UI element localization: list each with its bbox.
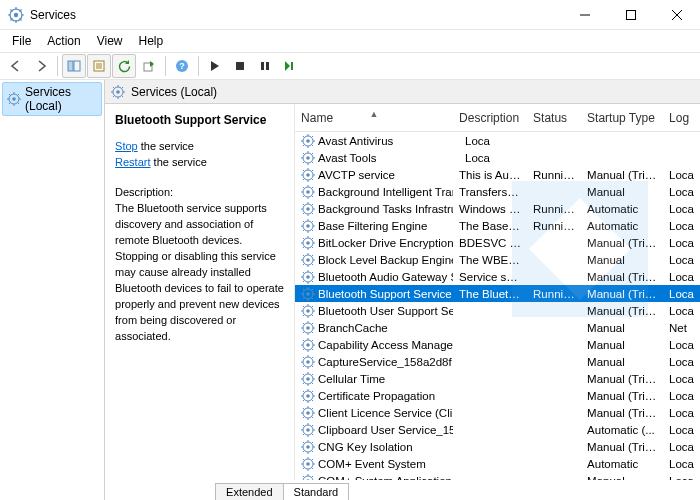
- service-row[interactable]: AVCTP serviceThis is Audi...RunningManua…: [295, 166, 700, 183]
- svg-point-51: [306, 360, 310, 364]
- service-startup: Manual (Trig...: [581, 169, 663, 181]
- service-row[interactable]: BitLocker Drive Encryption ...BDESVC hos…: [295, 234, 700, 251]
- svg-point-57: [306, 411, 310, 415]
- column-startup[interactable]: Startup Type: [581, 111, 663, 125]
- maximize-button[interactable]: [608, 0, 654, 30]
- menu-file[interactable]: File: [4, 32, 39, 50]
- content-header: Services (Local): [105, 80, 700, 104]
- minimize-button[interactable]: [562, 0, 608, 30]
- svg-rect-16: [261, 62, 264, 70]
- service-row[interactable]: Avast AntivirusLoca: [295, 132, 700, 149]
- tab-extended[interactable]: Extended: [215, 483, 283, 500]
- svg-point-49: [306, 343, 310, 347]
- start-service-icon[interactable]: [203, 54, 227, 78]
- detail-pane: Bluetooth Support Service Stop the servi…: [105, 104, 295, 480]
- export-icon[interactable]: [137, 54, 161, 78]
- stop-service-icon[interactable]: [228, 54, 252, 78]
- gear-icon: [301, 219, 315, 233]
- column-status[interactable]: Status: [527, 111, 581, 125]
- service-name: BranchCache: [318, 322, 388, 334]
- service-name: CaptureService_158a2d8f: [318, 356, 452, 368]
- service-logon: Loca: [663, 407, 700, 419]
- service-name: Bluetooth User Support Ser...: [318, 305, 453, 317]
- column-name[interactable]: ▲Name: [295, 111, 453, 125]
- gear-icon: [301, 440, 315, 454]
- service-description: This is Audi...: [453, 169, 527, 181]
- service-row[interactable]: Capability Access Manager ...ManualLoca: [295, 336, 700, 353]
- svg-text:?: ?: [179, 61, 185, 71]
- gear-icon: [301, 423, 315, 437]
- view-tabs: Extended Standard: [105, 480, 700, 500]
- service-row[interactable]: Certificate PropagationManual (Trig...Lo…: [295, 387, 700, 404]
- service-row[interactable]: CaptureService_158a2d8fManualLoca: [295, 353, 700, 370]
- menu-action[interactable]: Action: [39, 32, 88, 50]
- service-logon: Loca: [663, 220, 700, 232]
- service-status: Running: [527, 203, 581, 215]
- tree-root-services-local[interactable]: Services (Local): [2, 82, 102, 116]
- pause-service-icon[interactable]: [253, 54, 277, 78]
- tab-standard[interactable]: Standard: [283, 483, 350, 500]
- service-logon: Loca: [459, 135, 521, 147]
- service-row[interactable]: COM+ System ApplicationManualLoca: [295, 472, 700, 480]
- service-row[interactable]: Clipboard User Service_158a...Automatic …: [295, 421, 700, 438]
- gear-icon: [301, 389, 315, 403]
- service-logon: Loca: [459, 152, 521, 164]
- svg-rect-18: [291, 62, 293, 70]
- service-row[interactable]: Cellular TimeManual (Trig...Loca: [295, 370, 700, 387]
- service-row[interactable]: Bluetooth User Support Ser...Manual (Tri…: [295, 302, 700, 319]
- service-description: Loca: [453, 152, 527, 164]
- service-row[interactable]: Base Filtering EngineThe Base Fil...Runn…: [295, 217, 700, 234]
- show-hide-tree-icon[interactable]: [62, 54, 86, 78]
- svg-point-31: [306, 190, 310, 194]
- service-row[interactable]: CNG Key IsolationManual (Trig...Loca: [295, 438, 700, 455]
- service-row[interactable]: BranchCacheManualNet: [295, 319, 700, 336]
- service-row[interactable]: Client Licence Service (Clip...Manual (T…: [295, 404, 700, 421]
- menu-help[interactable]: Help: [131, 32, 172, 50]
- service-startup: Manual: [581, 254, 663, 266]
- svg-point-39: [306, 258, 310, 262]
- service-name: Certificate Propagation: [318, 390, 435, 402]
- service-description: Windows in...: [453, 203, 527, 215]
- gear-icon: [301, 355, 315, 369]
- service-name: Bluetooth Support Service: [318, 288, 452, 300]
- close-button[interactable]: [654, 0, 700, 30]
- service-description: Transfers fil...: [453, 186, 527, 198]
- service-status: Running: [527, 220, 581, 232]
- stop-service-link[interactable]: Stop: [115, 140, 138, 152]
- restart-service-link[interactable]: Restart: [115, 156, 150, 168]
- svg-point-53: [306, 377, 310, 381]
- gear-icon: [7, 92, 21, 106]
- menu-view[interactable]: View: [89, 32, 131, 50]
- toolbar: ?: [0, 52, 700, 80]
- column-logon[interactable]: Log: [663, 111, 700, 125]
- properties-icon[interactable]: [87, 54, 111, 78]
- tree-root-label: Services (Local): [25, 85, 97, 113]
- service-name: Clipboard User Service_158a...: [318, 424, 453, 436]
- service-logon: Loca: [663, 254, 700, 266]
- service-name: Cellular Time: [318, 373, 385, 385]
- forward-icon[interactable]: [29, 54, 53, 78]
- svg-point-65: [306, 479, 310, 480]
- service-startup: Manual (Trig...: [581, 288, 663, 300]
- service-row[interactable]: Background Intelligent Tran...Transfers …: [295, 183, 700, 200]
- service-row[interactable]: Bluetooth Support ServiceThe Blueto...Ru…: [295, 285, 700, 302]
- service-row[interactable]: Background Tasks Infrastruc...Windows in…: [295, 200, 700, 217]
- gear-icon: [301, 287, 315, 301]
- service-name: Background Tasks Infrastruc...: [318, 203, 453, 215]
- gear-icon: [301, 151, 315, 165]
- back-icon[interactable]: [4, 54, 28, 78]
- service-row[interactable]: Avast ToolsLoca: [295, 149, 700, 166]
- service-row[interactable]: COM+ Event SystemAutomaticLoca: [295, 455, 700, 472]
- service-row[interactable]: Block Level Backup Engine ...The WBENG..…: [295, 251, 700, 268]
- column-description[interactable]: Description: [453, 111, 527, 125]
- service-startup: Manual (Trig...: [581, 237, 663, 249]
- svg-rect-15: [236, 62, 244, 70]
- refresh-icon[interactable]: [112, 54, 136, 78]
- service-name: AVCTP service: [318, 169, 395, 181]
- restart-service-icon[interactable]: [278, 54, 302, 78]
- gear-icon: [301, 338, 315, 352]
- service-name: Background Intelligent Tran...: [318, 186, 453, 198]
- service-row[interactable]: Bluetooth Audio Gateway S...Service sup.…: [295, 268, 700, 285]
- help-icon[interactable]: ?: [170, 54, 194, 78]
- service-startup: Manual: [581, 322, 663, 334]
